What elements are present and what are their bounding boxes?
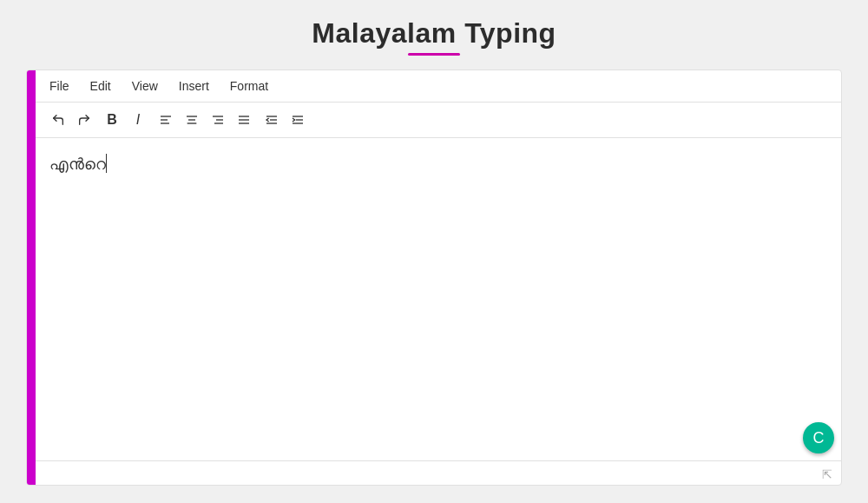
undo-redo-group — [46, 108, 96, 132]
resize-icon: ⇱ — [822, 467, 834, 480]
undo-button[interactable] — [46, 108, 70, 132]
content-area[interactable]: എൻറെ — [36, 138, 841, 460]
redo-button[interactable] — [72, 108, 96, 132]
italic-button[interactable]: I — [126, 108, 150, 132]
format-group: B I — [100, 108, 150, 132]
menu-format[interactable]: Format — [227, 77, 272, 95]
menu-insert[interactable]: Insert — [175, 77, 213, 95]
toolbar: B I — [36, 103, 841, 138]
menu-edit[interactable]: Edit — [87, 77, 115, 95]
menu-file[interactable]: File — [46, 77, 73, 95]
align-left-button[interactable] — [154, 108, 178, 132]
status-bar: ⇱ — [36, 460, 841, 485]
fab-button[interactable]: C — [803, 422, 834, 453]
menu-view[interactable]: View — [128, 77, 161, 95]
menu-bar: File Edit View Insert Format — [36, 70, 841, 103]
title-underline — [408, 53, 460, 56]
editor-inner: File Edit View Insert Format — [36, 70, 841, 485]
bold-button[interactable]: B — [100, 108, 124, 132]
title-container: Malayalam Typing — [312, 17, 556, 56]
left-accent-border — [27, 70, 36, 485]
typed-text: എൻറെ — [49, 156, 106, 173]
indent-increase-button[interactable] — [286, 108, 310, 132]
align-center-button[interactable] — [180, 108, 204, 132]
page-title: Malayalam Typing — [312, 17, 556, 50]
indent-decrease-button[interactable] — [260, 108, 284, 132]
indent-group — [260, 108, 310, 132]
align-right-button[interactable] — [206, 108, 230, 132]
editor-wrapper: File Edit View Insert Format — [26, 69, 842, 486]
align-group — [154, 108, 256, 132]
align-justify-button[interactable] — [232, 108, 256, 132]
text-cursor — [106, 154, 107, 173]
